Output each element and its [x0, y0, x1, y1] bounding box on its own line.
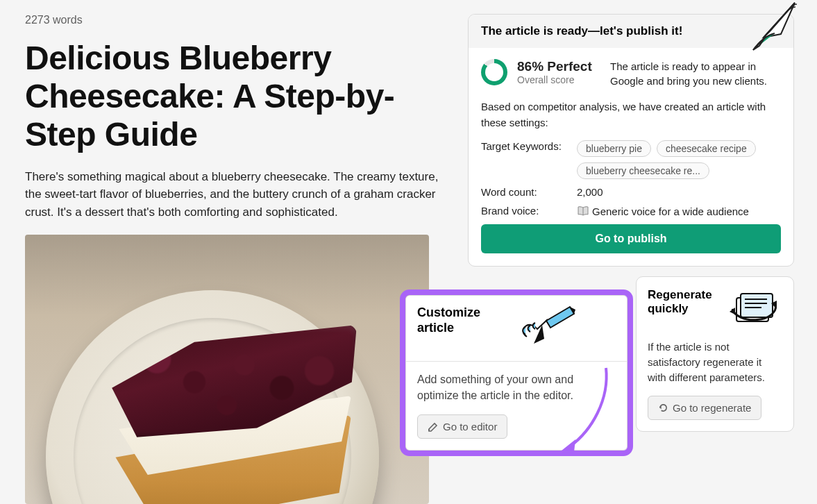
article-intro: There's something magical about a bluebe… [25, 168, 441, 221]
score-label: Overall score [517, 74, 600, 85]
paper-plane-icon [715, 0, 798, 58]
publish-button[interactable]: Go to publish [481, 224, 781, 253]
svg-marker-1 [546, 307, 574, 328]
settings-intro: Based on competitor analysis, we have cr… [481, 99, 781, 131]
keyword-tags: blueberry pie cheesecake recipe blueberr… [577, 140, 781, 179]
hero-image [25, 235, 429, 504]
regenerate-title: Regenerate quickly [648, 288, 724, 317]
customize-title: Customize article [417, 305, 500, 335]
go-to-regenerate-button[interactable]: Go to regenerate [648, 396, 761, 420]
keyword-tag[interactable]: blueberry pie [577, 140, 651, 157]
keywords-label: Target Keywords: [481, 140, 570, 152]
arrow-icon [557, 364, 613, 455]
score-value: 86% Perfect [517, 59, 600, 74]
customize-body: Add something of your own and optimize t… [417, 373, 573, 401]
regenerate-body: If the article is not satisfactory regen… [648, 339, 782, 385]
go-to-editor-button[interactable]: Go to editor [417, 414, 507, 439]
score-description: The article is ready to appear in Google… [610, 59, 781, 88]
word-count: 2273 words [25, 14, 454, 26]
voice-value: Generic voice for a wide audience [577, 205, 749, 217]
wordcount-label: Word count: [481, 186, 570, 198]
regenerate-card: Regenerate quickly If the article is not… [636, 276, 794, 432]
keyword-tag[interactable]: blueberry cheesecake re... [577, 162, 709, 179]
keyword-tag[interactable]: cheesecake recipe [657, 140, 756, 157]
regenerate-icon [727, 288, 782, 330]
svg-rect-5 [741, 294, 773, 317]
book-icon [577, 205, 589, 217]
edit-icon [428, 421, 439, 432]
refresh-icon [658, 403, 668, 413]
customize-card: Customize article Add something of your … [405, 295, 628, 451]
pencil-hand-icon [506, 305, 575, 354]
article-title: Delicious Blueberry Cheesecake: A Step-b… [25, 39, 454, 154]
wordcount-value: 2,000 [577, 186, 603, 198]
score-gauge-icon [481, 59, 507, 85]
svg-marker-10 [730, 308, 735, 314]
svg-marker-3 [562, 439, 575, 452]
voice-label: Brand voice: [481, 205, 570, 217]
